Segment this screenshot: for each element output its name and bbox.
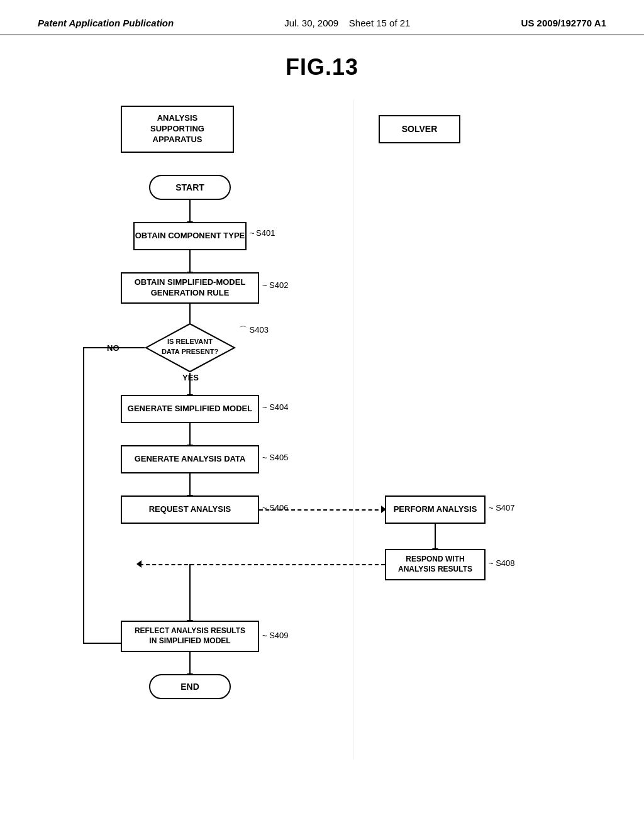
date-label: Jul. 30, 2009 bbox=[284, 18, 346, 28]
s407-label: ~ S407 bbox=[489, 503, 515, 512]
request-analysis-box: REQUEST ANALYSIS bbox=[121, 495, 259, 524]
arrow-dashed-to-reflect bbox=[189, 564, 191, 621]
arrow-no-h bbox=[83, 347, 145, 348]
yes-label: YES bbox=[182, 373, 199, 382]
s401-label: S401 bbox=[256, 228, 275, 238]
arrow-gen-model-to-gen-data bbox=[189, 423, 191, 445]
date-sheet-label: Jul. 30, 2009 Sheet 15 of 21 bbox=[284, 18, 410, 28]
s409-label: ~ S409 bbox=[262, 631, 289, 640]
s404-label: ~ S404 bbox=[262, 402, 289, 412]
diamond-svg: IS RELEVANT DATA PRESENT? bbox=[145, 323, 236, 373]
reflect-analysis-results-box: REFLECT ANALYSIS RESULTS IN SIMPLIFIED M… bbox=[121, 621, 259, 652]
svg-text:DATA PRESENT?: DATA PRESENT? bbox=[162, 348, 219, 355]
generate-analysis-data-box: GENERATE ANALYSIS DATA bbox=[121, 445, 259, 473]
dashed-arrowhead-right bbox=[381, 506, 386, 513]
section-divider bbox=[353, 99, 355, 760]
diamond-wrapper: IS RELEVANT DATA PRESENT? bbox=[145, 323, 236, 373]
arrow-yes-to-generate bbox=[189, 373, 191, 395]
s405-label: ~ S405 bbox=[262, 453, 289, 462]
s408-label: ~ S408 bbox=[489, 558, 515, 568]
solver-box: SOLVER bbox=[379, 115, 460, 143]
arrow-reflect-to-end bbox=[189, 652, 191, 674]
s406-label: ~ S406 bbox=[262, 503, 289, 512]
arrow-gen-data-to-request bbox=[189, 473, 191, 495]
s402-tilde: ~ bbox=[262, 280, 267, 290]
analysis-supporting-apparatus-box: ANALYSIS SUPPORTING APPARATUS bbox=[121, 106, 234, 153]
patent-number-label: US 2009/192770 A1 bbox=[521, 18, 606, 28]
s402-label: S402 bbox=[269, 280, 288, 290]
dashed-request-to-perform bbox=[259, 509, 385, 511]
s401-tilde: ~ bbox=[250, 228, 255, 238]
arrow-no-v bbox=[83, 347, 84, 643]
svg-text:IS RELEVANT: IS RELEVANT bbox=[167, 338, 213, 345]
page-header: Patent Application Publication Jul. 30, … bbox=[0, 0, 644, 35]
figure-title: FIG.13 bbox=[286, 54, 358, 80]
flowchart: ANALYSIS SUPPORTING APPARATUS SOLVER STA… bbox=[52, 99, 592, 760]
respond-analysis-results-box: RESPOND WITH ANALYSIS RESULTS bbox=[385, 549, 486, 580]
perform-analysis-box: PERFORM ANALYSIS bbox=[385, 495, 486, 524]
end-box: END bbox=[149, 674, 231, 699]
s403-curve: ⌒ S403 bbox=[239, 324, 269, 336]
generate-simplified-model-box: GENERATE SIMPLIFIED MODEL bbox=[121, 395, 259, 423]
obtain-simplified-model-box: OBTAIN SIMPLIFIED-MODEL GENERATION RULE bbox=[121, 272, 259, 304]
main-content: FIG.13 ANALYSIS SUPPORTING APPARATUS SOL… bbox=[0, 35, 644, 778]
start-box: START bbox=[149, 175, 231, 200]
arrow-obtain-to-simplified bbox=[189, 250, 191, 272]
dashed-arrowhead-left bbox=[136, 560, 142, 568]
arrow-perform-to-respond bbox=[435, 524, 436, 549]
obtain-component-type-box: OBTAIN COMPONENT TYPE bbox=[133, 222, 247, 250]
publication-label: Patent Application Publication bbox=[38, 18, 174, 28]
arrow-start-to-obtain bbox=[189, 200, 191, 222]
dashed-respond-to-request bbox=[140, 564, 385, 565]
sheet-label: Sheet 15 of 21 bbox=[349, 18, 411, 28]
